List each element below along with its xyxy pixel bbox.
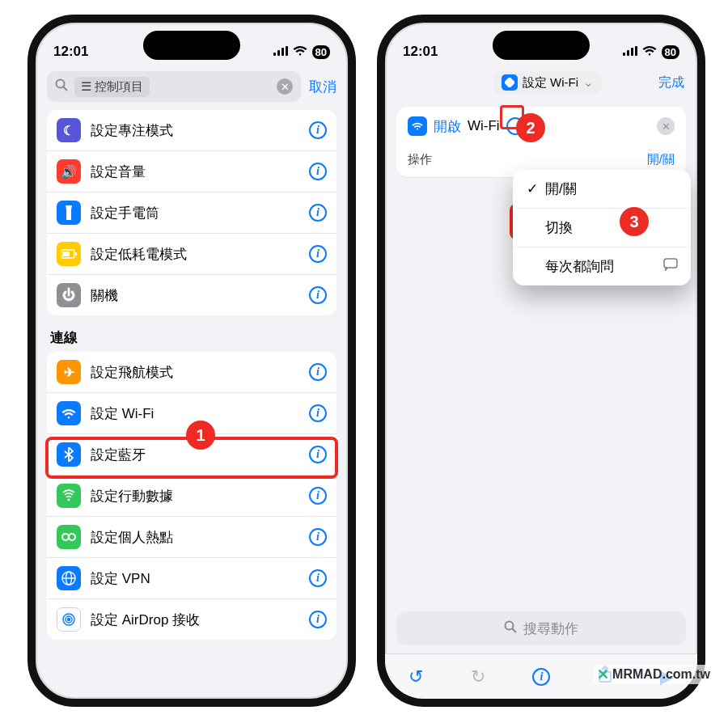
svg-rect-7: [75, 252, 77, 256]
param-label: 操作: [408, 152, 432, 167]
search-icon: [504, 620, 517, 637]
controls-icon: ☰: [81, 79, 91, 94]
watermark-logo-icon: ✕: [597, 666, 609, 683]
battery-icon: [57, 242, 81, 266]
clock: 12:01: [53, 44, 88, 60]
action-subject: Wi-Fi: [468, 118, 500, 134]
delete-action-icon[interactable]: ✕: [657, 117, 675, 135]
svg-rect-22: [505, 78, 514, 87]
svg-rect-2: [281, 48, 284, 56]
svg-line-25: [513, 628, 517, 632]
info-icon[interactable]: i: [532, 668, 550, 686]
info-icon[interactable]: i: [309, 446, 327, 463]
dynamic-island: [143, 31, 240, 60]
svg-rect-19: [627, 50, 629, 56]
action-set-airplane[interactable]: ✈ 設定飛航模式 i: [47, 352, 336, 393]
undo-icon[interactable]: ↺: [408, 666, 423, 687]
action-set-cellular[interactable]: 設定行動數據 i: [47, 476, 336, 517]
action-card[interactable]: 開啟 Wi-Fi ⌄ ✕ 操作 開/關: [396, 107, 686, 177]
action-set-flashlight[interactable]: 設定手電筒 i: [47, 192, 336, 234]
cellular-icon: [57, 484, 81, 508]
battery-pill: 80: [662, 45, 679, 59]
speaker-icon: 🔊: [57, 159, 81, 184]
shortcut-title-chip[interactable]: 設定 Wi-Fi ⌄: [493, 71, 602, 94]
action-set-vpn[interactable]: 設定 VPN i: [47, 558, 336, 599]
signal-icon: [273, 44, 288, 60]
param-value[interactable]: 開/關: [647, 152, 675, 167]
phone-frame-left: 12:01 80 ☰ 控制項目: [28, 15, 356, 707]
action-set-focus[interactable]: ☾ 設定專注模式 i: [47, 110, 336, 151]
hotspot-icon: [57, 525, 81, 549]
action-set-hotspot[interactable]: 設定個人熱點 i: [47, 517, 336, 558]
actions-list-1: ☾ 設定專注模式 i 🔊 設定音量 i 設定手電筒 i: [47, 110, 336, 315]
airdrop-icon: [57, 607, 81, 632]
menu-option-ask[interactable]: 每次都詢問: [513, 247, 691, 285]
param-menu: ✓ 開/關 切換 每次都詢問: [513, 170, 691, 285]
svg-rect-8: [62, 252, 70, 256]
clear-search-icon[interactable]: ✕: [277, 78, 293, 95]
info-icon[interactable]: i: [309, 611, 327, 628]
svg-rect-1: [277, 50, 280, 56]
svg-point-17: [68, 619, 70, 621]
info-icon[interactable]: i: [309, 528, 327, 546]
expand-params-icon[interactable]: ⌄: [506, 117, 524, 135]
airplane-icon: ✈: [57, 360, 81, 384]
info-icon[interactable]: i: [309, 204, 327, 222]
menu-option-on-off[interactable]: ✓ 開/關: [513, 170, 691, 209]
action-set-volume[interactable]: 🔊 設定音量 i: [47, 151, 336, 192]
dynamic-island: [493, 31, 590, 60]
done-button[interactable]: 完成: [658, 74, 684, 91]
cancel-button[interactable]: 取消: [309, 78, 336, 96]
info-icon[interactable]: i: [309, 286, 327, 304]
info-icon[interactable]: i: [309, 569, 327, 587]
svg-point-9: [68, 499, 70, 501]
search-icon: [55, 78, 68, 95]
globe-icon: [57, 566, 81, 590]
svg-point-10: [62, 534, 69, 540]
check-icon: ✓: [526, 180, 539, 197]
svg-point-4: [57, 79, 65, 87]
phone-frame-right: 12:01 80 設定 Wi-Fi ⌄: [377, 15, 705, 707]
action-set-airdrop[interactable]: 設定 AirDrop 接收 i: [47, 599, 336, 640]
info-icon[interactable]: i: [309, 404, 327, 422]
svg-rect-18: [623, 53, 625, 56]
svg-rect-23: [664, 259, 677, 268]
power-icon: ⏻: [57, 283, 81, 307]
action-verb[interactable]: 開啟: [434, 117, 461, 136]
info-icon[interactable]: i: [309, 163, 327, 180]
svg-rect-0: [273, 53, 276, 56]
text-bubble-icon: [663, 258, 678, 275]
section-header-connection: 連線: [36, 315, 348, 352]
action-set-bluetooth[interactable]: 設定藍牙 i: [47, 434, 336, 476]
info-icon[interactable]: i: [309, 245, 327, 263]
clock: 12:01: [403, 44, 438, 60]
action-shutdown[interactable]: ⏻ 關機 i: [47, 275, 336, 315]
svg-line-5: [64, 87, 68, 91]
svg-rect-3: [286, 46, 288, 56]
editor-header: 設定 Wi-Fi ⌄ 完成: [385, 66, 697, 99]
wifi-icon: [293, 44, 307, 60]
action-set-low-power[interactable]: 設定低耗電模式 i: [47, 234, 336, 275]
signal-icon: [623, 44, 637, 60]
battery-pill: 80: [312, 45, 330, 59]
search-actions-input[interactable]: 搜尋動作: [396, 611, 686, 645]
redo-icon[interactable]: ↻: [471, 666, 485, 687]
flashlight-icon: [57, 201, 81, 225]
svg-rect-20: [631, 48, 633, 56]
info-icon[interactable]: i: [309, 121, 327, 139]
search-input[interactable]: ☰ 控制項目 ✕: [47, 71, 301, 102]
watermark: ✕ MRMAD.com.tw: [594, 665, 713, 684]
moon-icon: ☾: [57, 118, 81, 142]
search-token[interactable]: ☰ 控制項目: [74, 77, 150, 97]
wifi-icon: [642, 44, 657, 60]
actions-list-2: ✈ 設定飛航模式 i 設定 Wi-Fi i 設定藍牙 i: [47, 352, 336, 640]
svg-rect-21: [635, 46, 637, 56]
info-icon[interactable]: i: [309, 363, 327, 381]
menu-option-toggle[interactable]: 切換: [513, 209, 691, 247]
svg-point-11: [69, 534, 75, 540]
wifi-icon: [57, 401, 81, 425]
action-set-wifi[interactable]: 設定 Wi-Fi i: [47, 393, 336, 434]
chevron-down-icon: ⌄: [583, 75, 594, 90]
info-icon[interactable]: i: [309, 487, 327, 505]
svg-point-24: [506, 621, 514, 629]
